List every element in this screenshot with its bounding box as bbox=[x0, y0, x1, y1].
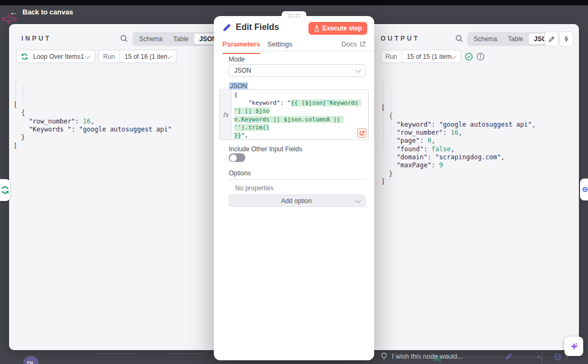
input-json-view: [ { "row_number": 16, "Keywords ": "goog… bbox=[13, 68, 206, 150]
output-edit-button[interactable] bbox=[544, 32, 559, 47]
feedback-text: I wish this node would... bbox=[392, 353, 463, 360]
output-node-stub[interactable] bbox=[580, 179, 588, 200]
output-tab-table[interactable]: Table bbox=[502, 34, 529, 44]
edit-fields-modal: Edit Fields Execute step Parameters Sett… bbox=[214, 16, 374, 360]
options-divider bbox=[229, 179, 366, 180]
mode-value: JSON bbox=[229, 67, 356, 74]
add-option-label: Add option bbox=[229, 197, 356, 205]
indent-guide bbox=[391, 89, 391, 138]
toggle-knob bbox=[230, 154, 237, 161]
docs-label: Docs bbox=[341, 40, 357, 48]
input-tab-table[interactable]: Table bbox=[168, 34, 194, 44]
input-search-icon[interactable] bbox=[120, 34, 128, 43]
mode-label: Mode bbox=[229, 56, 245, 63]
lightbulb-icon bbox=[381, 352, 388, 360]
input-node-stub[interactable] bbox=[0, 179, 10, 201]
chevron-down-icon bbox=[166, 52, 172, 58]
modal-divider bbox=[214, 51, 374, 51]
mode-select[interactable]: JSON bbox=[229, 64, 366, 77]
expand-expression-button[interactable] bbox=[357, 128, 367, 138]
output-run-label: Run bbox=[381, 50, 402, 63]
drag-dots-icon bbox=[288, 13, 301, 18]
success-check-icon bbox=[465, 52, 473, 61]
json-expression-editor[interactable]: fx { "keyword": "{{ ($json['Keywords '] … bbox=[219, 89, 369, 140]
expression-code[interactable]: { "keyword": "{{ ($json['Keywords '] || … bbox=[232, 90, 368, 140]
output-pin-button[interactable] bbox=[559, 32, 574, 47]
input-run-select[interactable]: Run 15 of 16 (1 item) bbox=[98, 50, 176, 63]
fx-gutter: fx bbox=[220, 90, 232, 140]
output-title: OUTPUT bbox=[381, 35, 420, 42]
flask-icon bbox=[314, 25, 320, 32]
indent-guide bbox=[16, 78, 16, 110]
execute-step-button[interactable]: Execute step bbox=[308, 22, 367, 35]
canvas-ghost-dot bbox=[537, 355, 540, 359]
window-top-strip bbox=[0, 0, 588, 5]
indent-guide bbox=[23, 86, 24, 102]
output-tab-schema[interactable]: Schema bbox=[468, 34, 502, 44]
input-source-value: Loop Over Items1 bbox=[28, 53, 86, 60]
back-to-canvas-label: Back to canvas bbox=[22, 8, 73, 16]
include-other-fields-label: Include Other Input Fields bbox=[229, 145, 302, 153]
input-run-label: Run bbox=[99, 50, 120, 63]
no-properties-text: No properties bbox=[235, 184, 274, 192]
execute-step-label: Execute step bbox=[322, 25, 362, 32]
include-other-fields-toggle[interactable] bbox=[229, 153, 245, 162]
input-source-select[interactable]: Loop Over Items1 bbox=[16, 50, 95, 63]
input-view-tabs: Schema Table JSON bbox=[133, 32, 223, 46]
canvas-ghost-globe-icon bbox=[554, 353, 562, 361]
output-run-select[interactable]: Run 15 of 15 (1 item) bbox=[381, 50, 461, 63]
chevron-down-icon bbox=[450, 52, 456, 58]
modal-drag-handle[interactable] bbox=[282, 11, 306, 19]
input-run-value: 15 of 16 (1 item) bbox=[120, 53, 167, 60]
output-run-value: 15 of 15 (1 item) bbox=[402, 53, 451, 60]
indent-guide bbox=[383, 81, 384, 146]
input-tab-schema[interactable]: Schema bbox=[134, 34, 168, 44]
ai-assistant-button[interactable] bbox=[564, 337, 583, 356]
tab-parameters[interactable]: Parameters bbox=[222, 40, 260, 54]
back-arrow-icon: ← bbox=[10, 7, 18, 17]
output-search-icon[interactable] bbox=[455, 34, 463, 43]
user-avatar[interactable]: DL bbox=[24, 356, 38, 364]
add-option-select[interactable]: Add option bbox=[229, 195, 366, 207]
node-feedback-prompt[interactable]: I wish this node would... bbox=[381, 352, 463, 360]
chevron-down-icon bbox=[84, 52, 90, 58]
canvas-ghost-pencil-icon bbox=[505, 352, 513, 361]
back-to-canvas-button[interactable]: ← Back to canvas bbox=[10, 7, 73, 17]
modal-title: Edit Fields bbox=[236, 22, 279, 32]
docs-link[interactable]: Docs bbox=[341, 40, 366, 48]
info-icon[interactable] bbox=[476, 52, 485, 61]
options-label: Options bbox=[229, 169, 251, 177]
chevron-down-icon bbox=[355, 67, 361, 73]
chevron-down-icon bbox=[355, 197, 361, 203]
json-field-label: JSON bbox=[229, 82, 248, 90]
edit-fields-node-icon bbox=[222, 23, 231, 32]
tab-settings[interactable]: Settings bbox=[267, 40, 292, 48]
loop-icon bbox=[21, 53, 28, 60]
app-screen: ← Back to canvas INPUT Schema Table JSON bbox=[0, 0, 588, 364]
sparkle-icon bbox=[569, 341, 579, 352]
input-title: INPUT bbox=[21, 35, 51, 42]
output-json-view: [ { "keyword": "google autosuggest api",… bbox=[381, 72, 579, 186]
external-link-icon bbox=[360, 41, 366, 47]
